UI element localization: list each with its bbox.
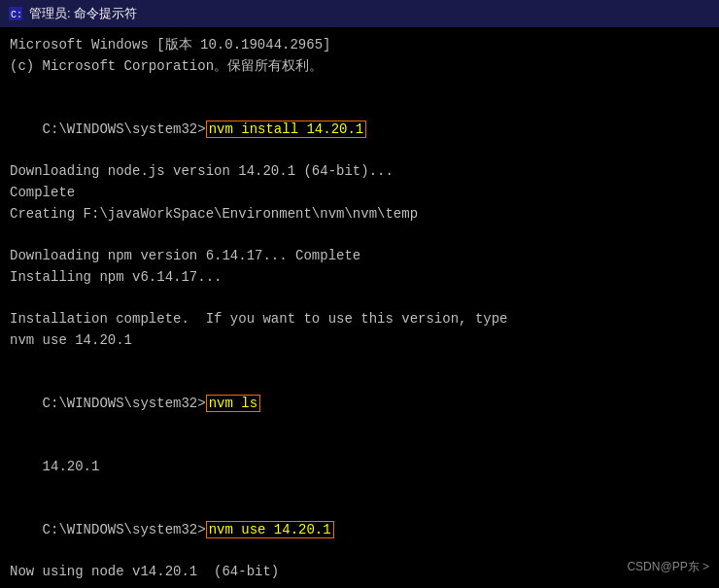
watermark: CSDN@PP东 > xyxy=(627,558,709,576)
line-nvm-use-hint: nvm use 14.20.1 xyxy=(10,330,709,352)
line-complete-1: Complete xyxy=(10,183,709,204)
nvm-use-command: nvm use 14.20.1 xyxy=(206,521,334,538)
line-creating-dir: Creating F:\javaWorkSpace\Environment\nv… xyxy=(10,204,709,225)
line-installing-npm: Installing npm v6.14.17... xyxy=(10,267,709,289)
title-bar: C: 管理员: 命令提示符 xyxy=(0,0,719,27)
line-empty-6 xyxy=(10,477,709,499)
nvm-install-command: nvm install 14.20.1 xyxy=(206,121,367,138)
title-bar-text: 管理员: 命令提示符 xyxy=(29,5,137,22)
prompt-2: C:\WINDOWS\system32> xyxy=(43,396,206,411)
svg-text:C:: C: xyxy=(11,10,22,20)
line-downloading-npm: Downloading npm version 6.14.17... Compl… xyxy=(10,246,709,267)
line-empty-2 xyxy=(10,225,709,246)
line-install-complete: Installation complete. If you want to us… xyxy=(10,309,709,330)
line-version-list: 14.20.1 xyxy=(10,457,709,478)
prompt-1: C:\WINDOWS\system32> xyxy=(43,121,206,137)
line-nvm-use-cmd: C:\WINDOWS\system32>nvm use 14.20.1 xyxy=(10,499,709,562)
line-empty-3 xyxy=(10,288,709,309)
line-empty-1 xyxy=(10,77,709,98)
line-copyright: (c) Microsoft Corporation。保留所有权利。 xyxy=(10,56,709,78)
terminal-body: Microsoft Windows [版本 10.0.19044.2965] (… xyxy=(0,27,719,588)
line-now-using: Now using node v14.20.1 (64-bit) xyxy=(10,562,709,583)
line-nvm-install-cmd: C:\WINDOWS\system32>nvm install 14.20.1 xyxy=(10,98,709,161)
line-win-version: Microsoft Windows [版本 10.0.19044.2965] xyxy=(10,35,709,56)
line-nvm-ls-cmd: C:\WINDOWS\system32>nvm ls xyxy=(10,372,709,435)
complete-inline: Complete xyxy=(295,248,360,263)
line-empty-4 xyxy=(10,351,709,372)
line-downloading-node: Downloading node.js version 14.20.1 (64-… xyxy=(10,161,709,183)
line-empty-5 xyxy=(10,435,709,457)
nvm-ls-command: nvm ls xyxy=(206,395,260,412)
prompt-3: C:\WINDOWS\system32> xyxy=(43,522,206,537)
line-empty-7 xyxy=(10,583,709,588)
cmd-icon: C: xyxy=(8,6,23,21)
type-word: type xyxy=(475,311,508,327)
